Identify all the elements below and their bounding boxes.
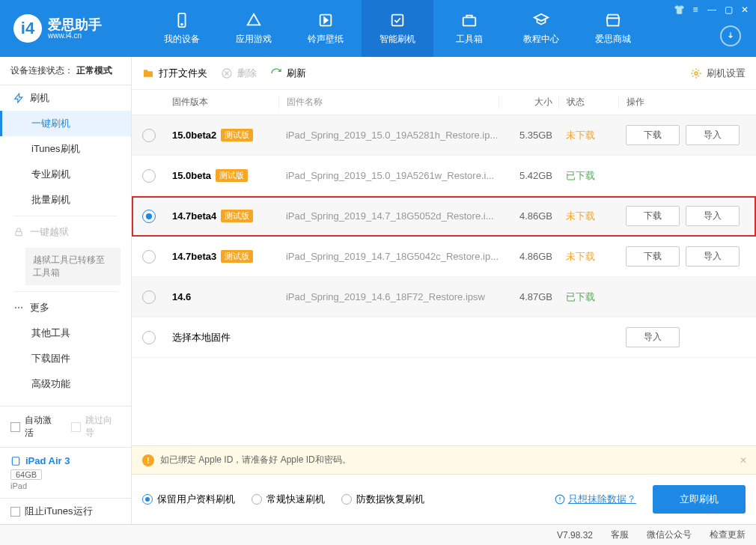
support-link[interactable]: 客服: [611, 529, 629, 541]
table-row[interactable]: 14.6 iPad_Spring_2019_14.6_18F72_Restore…: [132, 277, 756, 317]
table-header: 固件版本 固件名称 大小 状态 操作: [132, 90, 756, 115]
sidebar-head-more[interactable]: 更多: [0, 295, 131, 320]
nav-apps[interactable]: 应用游戏: [218, 0, 290, 57]
table-row-local[interactable]: 选择本地固件 导入: [132, 317, 756, 358]
sidebar: 设备连接状态：正常模式 刷机 一键刷机 iTunes刷机 专业刷机 批量刷机 一…: [0, 57, 132, 524]
device-storage: 64GB: [10, 469, 42, 480]
svg-rect-5: [16, 231, 22, 235]
minimize-icon[interactable]: —: [707, 4, 717, 15]
beta-tag: 测试版: [216, 169, 248, 182]
auto-activate-checkbox[interactable]: 自动激活: [10, 414, 59, 439]
tshirt-icon[interactable]: 👕: [674, 4, 684, 15]
download-button[interactable]: 下载: [626, 125, 680, 145]
alert-text: 如已绑定 Apple ID，请准备好 Apple ID和密码。: [160, 454, 351, 466]
opt-fast-flash[interactable]: 常规快速刷机: [252, 493, 325, 506]
sidebar-item-advanced[interactable]: 高级功能: [0, 371, 131, 397]
svg-rect-3: [392, 14, 403, 25]
firmware-name: iPad_Spring_2019_15.0_19A5281h_Restore.i…: [278, 130, 499, 141]
skip-guide-checkbox[interactable]: 跳过向导: [71, 414, 120, 439]
open-folder-button[interactable]: 打开文件夹: [142, 67, 207, 80]
nav-ringtones[interactable]: 铃声壁纸: [290, 0, 362, 57]
opt-keep-data[interactable]: 保留用户资料刷机: [142, 493, 235, 506]
row-radio[interactable]: [142, 210, 156, 223]
app-url: www.i4.cn: [48, 31, 102, 40]
col-name: 固件名称: [278, 96, 499, 109]
alert-close-icon[interactable]: ✕: [740, 455, 747, 466]
device-name: iPad Air 3: [25, 455, 70, 466]
device-info[interactable]: iPad Air 3 64GB iPad: [0, 447, 131, 498]
maximize-icon[interactable]: ▢: [723, 4, 734, 15]
row-radio[interactable]: [142, 290, 156, 304]
version-label: V7.98.32: [557, 530, 593, 541]
nav-tutorials[interactable]: 教程中心: [505, 0, 577, 57]
firmware-size: 5.42GB: [499, 170, 558, 181]
table-body: 15.0beta2测试版 iPad_Spring_2019_15.0_19A52…: [132, 115, 756, 445]
apple-id-alert: ! 如已绑定 Apple ID，请准备好 Apple ID和密码。 ✕: [132, 445, 756, 475]
download-button[interactable]: 下载: [626, 246, 680, 267]
sidebar-item-download-firmware[interactable]: 下载固件: [0, 346, 131, 371]
table-row[interactable]: 15.0beta测试版 iPad_Spring_2019_15.0_19A526…: [132, 156, 756, 196]
sidebar-item-oneclick-flash[interactable]: 一键刷机: [0, 111, 131, 136]
flash-settings-button[interactable]: 刷机设置: [690, 67, 746, 80]
import-button[interactable]: 导入: [686, 246, 740, 267]
firmware-size: 5.35GB: [499, 130, 558, 141]
sidebar-item-pro-flash[interactable]: 专业刷机: [0, 162, 131, 187]
erase-data-link[interactable]: 只想抹除数据？: [555, 493, 636, 506]
firmware-status: 未下载: [558, 129, 618, 142]
nav-smart-flash[interactable]: 智能刷机: [362, 0, 433, 57]
sidebar-item-itunes-flash[interactable]: iTunes刷机: [0, 136, 131, 162]
nav-my-device[interactable]: 我的设备: [146, 0, 218, 57]
menu-icon[interactable]: ≡: [690, 4, 701, 15]
table-row[interactable]: 15.0beta2测试版 iPad_Spring_2019_15.0_19A52…: [132, 115, 756, 156]
row-radio[interactable]: [142, 250, 156, 264]
app-header: i4 爱思助手 www.i4.cn 我的设备 应用游戏 铃声壁纸 智能刷机 工具…: [0, 0, 756, 57]
flash-now-button[interactable]: 立即刷机: [653, 485, 746, 514]
download-button[interactable]: 下载: [626, 206, 680, 226]
action-bar: 保留用户资料刷机 常规快速刷机 防数据恢复刷机 只想抹除数据？ 立即刷机: [132, 475, 756, 524]
import-button[interactable]: 导入: [686, 125, 740, 145]
row-radio[interactable]: [142, 129, 156, 142]
refresh-button[interactable]: 刷新: [270, 67, 306, 80]
logo-icon: i4: [13, 14, 42, 43]
svg-point-1: [181, 23, 183, 25]
row-radio[interactable]: [142, 169, 156, 183]
import-button[interactable]: 导入: [626, 327, 680, 347]
device-type: iPad: [10, 481, 121, 490]
firmware-name: iPad_Spring_2019_14.6_18F72_Restore.ipsw: [278, 291, 499, 302]
firmware-status: 未下载: [558, 210, 618, 223]
svg-point-6: [15, 306, 16, 308]
firmware-size: 4.86GB: [499, 251, 558, 262]
beta-tag: 测试版: [221, 250, 253, 263]
block-itunes-checkbox[interactable]: 阻止iTunes运行: [10, 505, 121, 518]
import-button[interactable]: 导入: [686, 206, 740, 226]
table-row[interactable]: 14.7beta4测试版 iPad_Spring_2019_14.7_18G50…: [132, 196, 756, 237]
row-radio[interactable]: [142, 331, 156, 344]
close-icon[interactable]: ✕: [740, 4, 750, 15]
status-bar: V7.98.32 客服 微信公众号 检查更新: [0, 524, 756, 545]
check-update-link[interactable]: 检查更新: [710, 529, 746, 541]
download-indicator-icon[interactable]: [720, 25, 741, 46]
svg-rect-9: [12, 457, 19, 465]
firmware-status: 已下载: [558, 290, 618, 304]
firmware-size: 4.86GB: [499, 210, 558, 222]
opt-anti-recovery[interactable]: 防数据恢复刷机: [341, 493, 424, 506]
col-status: 状态: [558, 96, 618, 109]
sidebar-head-flash[interactable]: 刷机: [0, 85, 131, 111]
svg-point-8: [21, 306, 22, 308]
sidebar-item-batch-flash[interactable]: 批量刷机: [0, 187, 131, 213]
nav-toolbox[interactable]: 工具箱: [433, 0, 505, 57]
firmware-name: iPad_Spring_2019_14.7_18G5042c_Restore.i…: [278, 251, 499, 262]
nav-store[interactable]: 爱思商城: [577, 0, 649, 57]
sidebar-item-other-tools[interactable]: 其他工具: [0, 320, 131, 346]
firmware-name: iPad_Spring_2019_15.0_19A5261w_Restore.i…: [278, 170, 499, 181]
col-ops: 操作: [618, 96, 746, 109]
col-size: 大小: [499, 96, 558, 109]
delete-button[interactable]: 删除: [221, 67, 257, 80]
svg-point-7: [18, 306, 19, 308]
beta-tag: 测试版: [221, 210, 253, 222]
firmware-status: 已下载: [558, 169, 618, 183]
window-controls: 👕 ≡ — ▢ ✕: [674, 4, 750, 15]
wechat-link[interactable]: 微信公众号: [647, 529, 692, 541]
toolbar: 打开文件夹 删除 刷新 刷机设置: [132, 57, 756, 90]
table-row[interactable]: 14.7beta3测试版 iPad_Spring_2019_14.7_18G50…: [132, 237, 756, 277]
